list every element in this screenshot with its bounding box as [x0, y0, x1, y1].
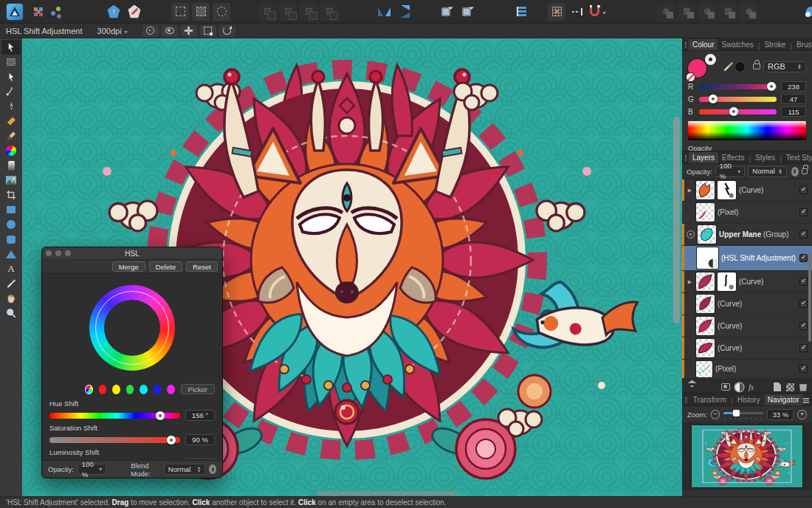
move-forward-button[interactable] [279, 3, 297, 21]
yellow-swatch[interactable] [112, 385, 120, 394]
boolean-add-button[interactable] [657, 3, 675, 21]
grid-button[interactable] [548, 3, 565, 21]
tab-layers[interactable]: Layers [689, 152, 718, 163]
delete-layer-icon[interactable] [799, 383, 807, 391]
tool-place-image[interactable] [1, 173, 21, 188]
tool-zoom[interactable] [1, 306, 21, 320]
tool-triangle[interactable] [1, 247, 21, 261]
tool-point-transform[interactable] [1, 84, 21, 99]
layer-visibility-checkbox[interactable] [799, 365, 808, 373]
r-slider[interactable] [699, 84, 777, 89]
lock-icon[interactable] [753, 64, 760, 69]
flip-horizontal-button[interactable] [375, 3, 393, 21]
red-swatch[interactable] [99, 385, 106, 394]
snap-mode-button[interactable] [568, 3, 586, 21]
hue-slider-knob[interactable] [156, 411, 165, 420]
move-to-back-button[interactable] [320, 3, 338, 21]
tab-transform[interactable]: Transform [689, 394, 730, 405]
dpi-dropdown[interactable]: 300dpi [97, 27, 128, 35]
magenta-swatch[interactable] [167, 385, 174, 394]
layer-visibility-checkbox[interactable] [799, 186, 808, 194]
share-button[interactable] [50, 3, 68, 21]
new-pixel-layer-icon[interactable] [786, 383, 794, 391]
layer-visibility-checkbox[interactable] [799, 208, 808, 216]
cycle-selection-button[interactable] [219, 25, 235, 37]
no-fill-swatch[interactable] [687, 73, 695, 81]
colour-mode-dropdown[interactable]: RGB [763, 61, 806, 72]
snapping-dropdown-caret[interactable] [601, 7, 605, 16]
gear-icon[interactable] [791, 167, 799, 176]
canvas-vertical-scrollbar[interactable] [673, 117, 680, 323]
layer-row[interactable]: (Curve) [682, 315, 812, 337]
navigator-thumbnail[interactable] [692, 425, 802, 487]
tab-stroke[interactable]: Stroke [760, 39, 789, 50]
tab-history[interactable]: History [734, 394, 764, 405]
layer-visibility-checkbox[interactable] [799, 322, 808, 330]
panel-menu-icon[interactable] [803, 398, 809, 403]
stroke-swatch[interactable] [705, 54, 716, 65]
adjustment-layer-icon[interactable] [735, 383, 743, 391]
b-slider[interactable] [699, 109, 777, 114]
colour-spectrum[interactable] [688, 121, 806, 140]
layer-row[interactable]: (Pixel) [682, 360, 812, 379]
g-value[interactable]: 47 [781, 94, 806, 104]
master-swatch[interactable] [85, 385, 93, 394]
boolean-subtract-button[interactable] [678, 3, 695, 21]
blend-mode-dropdown[interactable]: Normal [164, 464, 206, 475]
rotate-cw-button[interactable] [458, 3, 475, 21]
layer-visibility-checkbox[interactable] [799, 254, 808, 262]
dialog-opacity-dropdown[interactable]: 100 % [78, 464, 106, 475]
merge-button[interactable]: Merge [112, 261, 145, 272]
cyan-swatch[interactable] [140, 385, 147, 394]
move-to-front-button[interactable] [258, 3, 276, 21]
layer-visibility-checkbox[interactable] [799, 230, 808, 238]
saturation-shift-slider[interactable] [49, 437, 180, 443]
eyedropper-icon[interactable] [723, 61, 734, 72]
tool-rounded-rectangle[interactable] [1, 232, 21, 247]
layer-row[interactable]: (Pixel) [682, 202, 812, 224]
panel-drag-grip[interactable] [685, 155, 687, 161]
disclosure-icon[interactable]: ▶ [687, 279, 693, 285]
flip-vertical-button[interactable] [396, 3, 413, 21]
stroke-fill-selector[interactable] [688, 54, 718, 79]
layer-visibility-checkbox[interactable] [799, 300, 808, 308]
zoom-slider-knob[interactable] [733, 410, 740, 416]
new-layer-icon[interactable] [774, 382, 781, 391]
saturation-shift-value[interactable]: 90 % [185, 434, 215, 445]
tool-pen[interactable] [1, 99, 21, 114]
tool-brush[interactable] [1, 128, 21, 143]
preview-button[interactable] [162, 25, 178, 37]
layer-row[interactable]: (Curve) [682, 337, 812, 360]
r-value[interactable]: 238 [781, 81, 806, 92]
rotate-ccw-button[interactable] [437, 3, 455, 21]
delete-button[interactable]: Delete [149, 261, 182, 272]
b-knob[interactable] [729, 107, 738, 116]
snapping-button[interactable] [589, 3, 607, 21]
zoom-value[interactable]: 33 % [767, 409, 794, 420]
tool-view[interactable] [1, 291, 21, 306]
picker-button[interactable]: Picker [181, 384, 215, 394]
g-knob[interactable] [709, 95, 718, 103]
pixel-persona-button[interactable] [125, 3, 143, 21]
tool-marquee[interactable] [1, 55, 21, 69]
lock-icon[interactable] [802, 168, 808, 174]
pan-button[interactable] [181, 25, 197, 37]
move-backward-button[interactable] [300, 3, 317, 21]
tab-text-styles[interactable]: Text Styles [782, 152, 812, 163]
tool-ellipse[interactable] [1, 217, 21, 232]
layers-scrollbar[interactable] [808, 253, 811, 342]
layer-effects-icon[interactable]: fx [749, 383, 754, 391]
layer-row-group[interactable]: ▼ Upper Mane (Group) [682, 224, 812, 246]
hsl-dialog[interactable]: HSL Merge Delete Reset Picker Hue Shift … [42, 247, 222, 478]
r-knob[interactable] [767, 82, 776, 91]
green-swatch[interactable] [126, 385, 134, 394]
zoom-out-button[interactable]: − [711, 410, 720, 419]
b-value[interactable]: 115 [781, 106, 806, 117]
boolean-combine-button[interactable] [740, 3, 757, 21]
panel-drag-grip[interactable] [685, 42, 687, 48]
layer-row[interactable]: (Curve) [682, 293, 812, 315]
layer-visibility-checkbox[interactable] [799, 344, 808, 352]
tab-navigator[interactable]: Navigator [764, 394, 803, 405]
boolean-divide-button[interactable] [719, 3, 737, 21]
tool-vector-brush[interactable] [1, 143, 21, 158]
